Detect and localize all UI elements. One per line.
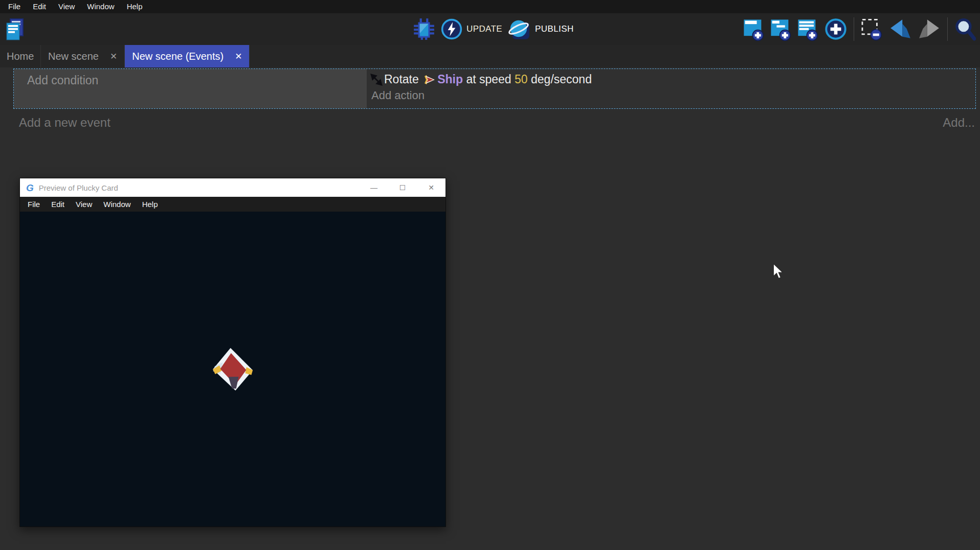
add-subevent-icon[interactable] [770, 17, 791, 41]
update-label: UPDATE [466, 24, 502, 34]
redo-icon[interactable] [918, 19, 941, 39]
action-connector: at speed [463, 73, 515, 86]
tab-label: New scene [48, 51, 99, 62]
tab-label: Home [7, 51, 34, 62]
preview-menu-window[interactable]: Window [98, 200, 136, 209]
menu-edit[interactable]: Edit [27, 0, 52, 13]
ship-object-icon [424, 74, 435, 85]
tab-home[interactable]: Home [0, 45, 41, 67]
menu-window[interactable]: Window [81, 0, 120, 13]
action-value: 50 [515, 73, 528, 86]
preview-window[interactable]: G Preview of Plucky Card — ☐ ✕ File Edit… [19, 178, 446, 527]
search-icon[interactable] [954, 17, 976, 41]
minimize-button[interactable]: — [360, 178, 388, 197]
tab-label: New scene (Events) [132, 51, 224, 62]
publish-label: PUBLISH [535, 24, 574, 34]
add-action-link[interactable]: Add action [370, 89, 975, 102]
gdevelop-logo-icon: G [26, 183, 34, 193]
tab-close-icon[interactable]: ✕ [110, 51, 117, 62]
undo-icon[interactable] [889, 19, 911, 39]
app-menubar: File Edit View Window Help [0, 0, 980, 13]
tab-new-scene-events[interactable]: New scene (Events) ✕ [125, 45, 250, 67]
rotate-action-icon [370, 73, 383, 86]
action-verb: Rotate [384, 73, 422, 86]
maximize-button[interactable]: ☐ [388, 178, 417, 197]
tab-new-scene[interactable]: New scene ✕ [41, 45, 125, 67]
add-circle-icon[interactable] [825, 18, 847, 40]
toolbar-separator [854, 17, 854, 41]
preview-menu-help[interactable]: Help [137, 200, 164, 209]
add-condition-link[interactable]: Add condition [27, 74, 98, 87]
preview-menu-view[interactable]: View [70, 200, 98, 209]
event-row[interactable]: Add condition Rotate Ship a [13, 68, 976, 109]
event-conditions-column[interactable]: Add condition [14, 69, 367, 108]
action-unit: deg/second [528, 73, 592, 86]
add-event-icon[interactable] [743, 17, 764, 41]
add-new-event-link[interactable]: Add a new event [19, 116, 110, 130]
tab-bar: Home New scene ✕ New scene (Events) ✕ [0, 45, 980, 67]
game-canvas[interactable] [20, 212, 446, 526]
close-button[interactable]: ✕ [417, 178, 446, 197]
ship-sprite [209, 346, 256, 392]
preview-titlebar[interactable]: G Preview of Plucky Card — ☐ ✕ [20, 178, 446, 197]
debug-icon[interactable] [412, 17, 436, 41]
menu-file[interactable]: File [2, 0, 27, 13]
menu-view[interactable]: View [52, 0, 81, 13]
add-comment-icon[interactable] [797, 17, 818, 41]
preview-menubar: File Edit View Window Help [20, 197, 446, 212]
update-lightning-icon [441, 18, 462, 40]
main-toolbar: UPDATE PUBLISH [0, 13, 980, 45]
delete-selection-icon[interactable] [861, 17, 882, 41]
publish-planet-icon [507, 17, 531, 41]
action-rotate-ship[interactable]: Rotate Ship at speed 50 deg/second [370, 73, 975, 86]
preview-menu-edit[interactable]: Edit [46, 200, 70, 209]
event-actions-column[interactable]: Rotate Ship at speed 50 deg/second Add a… [367, 69, 975, 108]
add-more-button[interactable]: Add... [943, 116, 975, 130]
project-manager-icon[interactable] [5, 17, 25, 42]
toolbar-separator [947, 17, 948, 41]
preview-window-title: Preview of Plucky Card [39, 184, 360, 192]
tab-close-icon[interactable]: ✕ [235, 51, 242, 62]
preview-menu-file[interactable]: File [22, 200, 46, 209]
menu-help[interactable]: Help [121, 0, 149, 13]
publish-button[interactable]: PUBLISH [507, 17, 574, 41]
action-object-name: Ship [437, 73, 463, 86]
update-button[interactable]: UPDATE [441, 18, 502, 40]
